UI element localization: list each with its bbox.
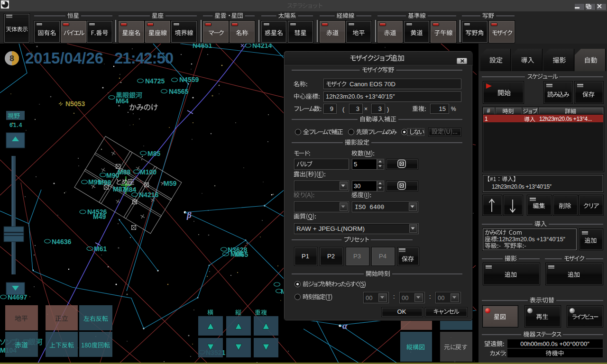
svg-text:N4565: N4565 bbox=[169, 88, 188, 95]
svg-text:61.4: 61.4 bbox=[9, 122, 22, 128]
svg-text:N4216: N4216 bbox=[139, 191, 158, 199]
svg-text:8: 8 bbox=[9, 54, 14, 63]
svg-text:M90: M90 bbox=[106, 172, 119, 179]
svg-text:M59: M59 bbox=[164, 180, 176, 187]
svg-text:2015/04/26: 2015/04/26 bbox=[25, 49, 103, 67]
svg-text:M88: M88 bbox=[118, 168, 130, 176]
svg-text:21:42:50: 21:42:50 bbox=[114, 49, 173, 67]
svg-text:α: α bbox=[342, 321, 348, 331]
svg-text:N4559: N4559 bbox=[179, 76, 199, 83]
svg-text:N4725: N4725 bbox=[145, 77, 165, 85]
svg-text:M49: M49 bbox=[93, 213, 106, 220]
svg-text:M85: M85 bbox=[147, 150, 160, 157]
svg-text:N5053: N5053 bbox=[65, 100, 85, 108]
svg-text:N4636: N4636 bbox=[52, 238, 71, 246]
svg-text:M64: M64 bbox=[116, 97, 129, 105]
svg-text:M98: M98 bbox=[98, 179, 111, 186]
svg-text:M100: M100 bbox=[140, 168, 156, 176]
svg-text:M65: M65 bbox=[235, 251, 248, 258]
svg-text:β: β bbox=[186, 210, 192, 220]
svg-text:M84: M84 bbox=[123, 186, 136, 193]
svg-text:M61: M61 bbox=[94, 245, 107, 253]
